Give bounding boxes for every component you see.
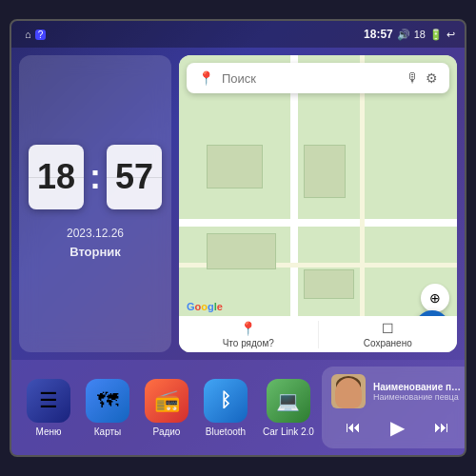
clock-day: Вторник	[67, 243, 124, 263]
map-tab-nearby-label: Что рядом?	[223, 338, 274, 348]
app-item-maps[interactable]: 🗺 Карты	[86, 379, 129, 437]
app-label-radio: Радио	[153, 426, 181, 437]
map-search-input[interactable]	[222, 71, 399, 86]
app-label-menu: Меню	[35, 426, 61, 437]
app-label-bluetooth: Bluetooth	[206, 426, 246, 437]
clock-separator: :	[89, 157, 101, 197]
map-search-bar[interactable]: 📍 🎙 ⚙	[187, 63, 449, 93]
app-item-menu[interactable]: ☰ Меню	[27, 379, 70, 437]
carlink-icon: 💻	[276, 389, 300, 412]
map-widget[interactable]: 📍 🎙 ⚙ Google ⊕ ➤ 📍	[179, 55, 457, 352]
app-icon-menu: ☰	[27, 379, 70, 423]
settings-icon[interactable]: ⚙	[426, 70, 438, 86]
clock-minutes: 57	[107, 145, 162, 209]
map-road-vertical-2	[360, 55, 365, 352]
music-title: Наименование песни	[373, 382, 465, 392]
music-prev-button[interactable]: ⏮	[340, 417, 367, 438]
map-building-4	[304, 269, 354, 299]
map-bottom-tabs: 📍 Что рядом? ☐ Сохранено	[179, 316, 457, 352]
music-controls: ⏮ ▶ ⏭	[331, 414, 465, 441]
apps-row: ☰ Меню 🗺 Карты 📻 Радио ᛒ	[27, 379, 314, 437]
map-search-icons: 🎙 ⚙	[407, 70, 438, 86]
microphone-icon[interactable]: 🎙	[407, 70, 420, 86]
music-play-button[interactable]: ▶	[385, 414, 410, 441]
music-top: Наименование песни Наименование певца	[331, 374, 465, 408]
app-item-bluetooth[interactable]: ᛒ Bluetooth	[204, 379, 248, 437]
question-icon: ?	[35, 30, 47, 40]
clock-date-value: 2023.12.26	[67, 225, 124, 243]
bluetooth-icon: ᛒ	[220, 389, 231, 411]
map-pin-icon: 📍	[198, 70, 214, 86]
clock-widget: 18 : 57 2023.12.26 Вторник	[19, 55, 171, 352]
map-fab-buttons: ⊕	[421, 284, 449, 312]
music-album-art	[331, 374, 366, 408]
map-road-horizontal	[179, 219, 457, 227]
nearby-icon: 📍	[240, 321, 256, 336]
app-label-carlink: Car Link 2.0	[263, 426, 314, 437]
status-icons: 18:57 🔊 18 🔋 ↩	[364, 28, 455, 41]
portrait-face	[335, 378, 362, 408]
clock-display: 18 : 57	[29, 145, 162, 209]
map-tab-nearby[interactable]: 📍 Что рядом?	[179, 321, 319, 348]
google-logo: Google	[187, 301, 223, 312]
device-frame: ⌂ ? 18:57 🔊 18 🔋 ↩ 18 : 57 2023.12.26 Вт…	[10, 19, 466, 457]
app-item-carlink[interactable]: 💻 Car Link 2.0	[263, 379, 314, 437]
saved-icon: ☐	[382, 321, 394, 336]
map-road-vertical	[290, 55, 298, 352]
clock-hours: 18	[29, 145, 84, 209]
map-building-1	[207, 145, 262, 189]
map-zoom-icon[interactable]: ⊕	[421, 284, 449, 312]
app-icon-radio: 📻	[145, 379, 188, 423]
music-artist: Наименование певца	[373, 392, 465, 402]
volume-icon: 🔊	[397, 29, 410, 41]
battery-level: 18	[414, 29, 426, 40]
map-building-2	[304, 145, 346, 198]
main-content: 18 : 57 2023.12.26 Вторник	[11, 48, 465, 360]
app-item-radio[interactable]: 📻 Радио	[145, 379, 188, 437]
app-label-maps: Карты	[94, 426, 122, 437]
clock-date: 2023.12.26 Вторник	[67, 225, 124, 263]
status-bar: ⌂ ? 18:57 🔊 18 🔋 ↩	[11, 21, 465, 48]
app-icon-bluetooth: ᛒ	[204, 379, 248, 423]
radio-icon: 📻	[154, 388, 180, 413]
home-icon[interactable]: ⌂	[25, 29, 31, 40]
back-icon[interactable]: ↩	[446, 29, 455, 41]
maps-icon: 🗺	[97, 388, 118, 413]
status-time: 18:57	[364, 28, 393, 41]
battery-icon: 🔋	[429, 29, 443, 41]
music-player: Наименование песни Наименование певца ⏮ …	[322, 367, 466, 448]
map-tab-saved-label: Сохранено	[364, 338, 412, 348]
map-building-3	[207, 233, 276, 268]
app-icon-carlink: 💻	[267, 379, 310, 423]
app-icon-maps: 🗺	[86, 379, 129, 423]
map-tab-saved[interactable]: ☐ Сохранено	[319, 321, 458, 348]
bottom-section: ☰ Меню 🗺 Карты 📻 Радио ᛒ	[11, 360, 465, 455]
music-next-button[interactable]: ⏭	[428, 417, 455, 438]
menu-icon: ☰	[39, 388, 58, 413]
music-info: Наименование песни Наименование певца	[373, 382, 465, 402]
